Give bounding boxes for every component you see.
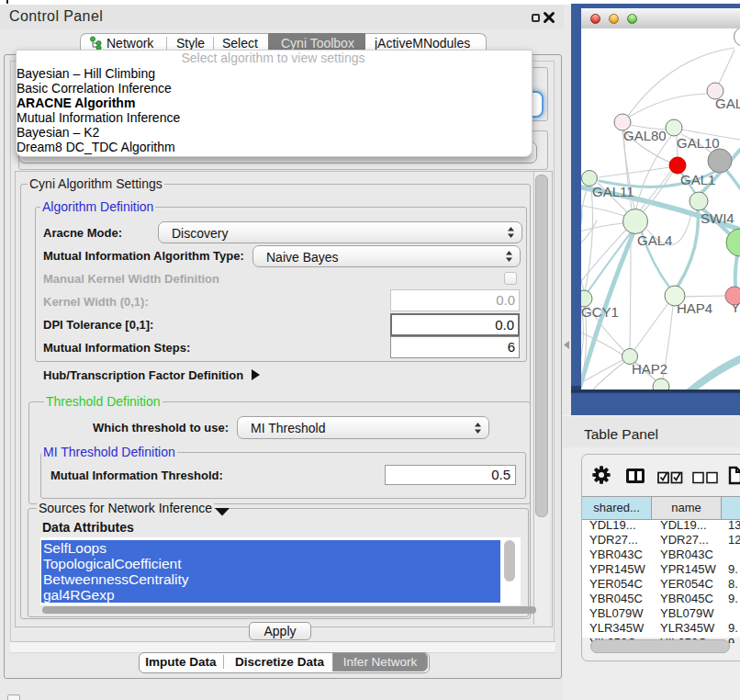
svg-text:SWI4: SWI4 [701,210,734,226]
svg-text:GAL80: GAL80 [623,128,667,143]
svg-text:HAP2: HAP2 [632,361,667,377]
svg-text:GAL11: GAL11 [592,184,634,199]
svg-text:GAL1: GAL1 [680,172,715,187]
svg-text:GAL10: GAL10 [677,135,720,151]
svg-text:GAL4: GAL4 [637,232,672,248]
